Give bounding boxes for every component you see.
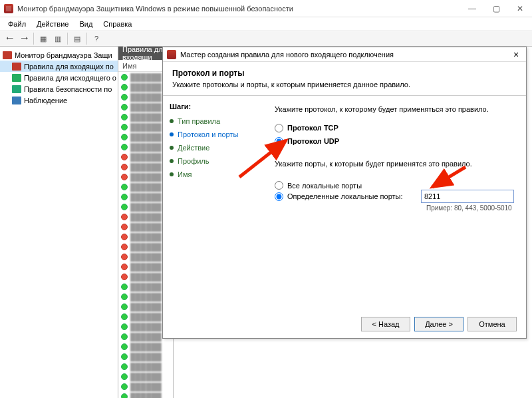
action-icon[interactable]: ▦: [37, 33, 50, 45]
rule-status-icon: [121, 254, 128, 260]
refresh-icon[interactable]: ▥: [51, 33, 65, 45]
rule-status-icon: [121, 184, 128, 190]
nav-back-icon[interactable]: ⭠: [3, 33, 16, 45]
rule-status-icon: [121, 333, 128, 340]
rule-item[interactable]: ██████: [118, 371, 173, 381]
separator: [33, 33, 34, 45]
step-label: Профиль: [178, 157, 209, 165]
radio-udp-label: Протокол UDP: [287, 137, 339, 145]
radio-udp-input[interactable]: [275, 137, 283, 146]
rule-status-icon: [121, 383, 128, 390]
rule-name-blurred: ██████: [130, 173, 162, 181]
step-action[interactable]: Действие: [170, 141, 256, 154]
rule-status-icon: [121, 363, 128, 370]
radio-specific-ports-input[interactable]: [275, 192, 283, 201]
tree-inbound-label: Правила для входящих по: [24, 63, 114, 71]
rule-name-blurred: ██████: [130, 113, 162, 121]
next-button[interactable]: Далее >: [414, 317, 464, 331]
wizard-titlebar: Мастер создания правила для нового входя…: [163, 47, 526, 62]
rule-name-blurred: ██████: [130, 343, 162, 351]
minimize-button[interactable]: —: [460, 0, 484, 17]
protocol-instruction: Укажите протокол, к которому будет приме…: [275, 105, 514, 113]
monitor-icon: [12, 97, 21, 104]
step-label: Действие: [178, 144, 209, 152]
rule-item[interactable]: ██████: [118, 391, 173, 398]
radio-tcp[interactable]: Протокол TCP: [275, 121, 514, 134]
rule-status-icon: [121, 114, 128, 120]
rule-status-icon: [121, 134, 128, 140]
rule-item[interactable]: ██████: [118, 361, 173, 371]
rule-name-blurred: ██████: [130, 353, 162, 361]
rule-name-blurred: ██████: [130, 323, 162, 331]
rule-status-icon: [121, 84, 128, 91]
radio-all-ports-row: Все локальные порты: [275, 181, 514, 190]
firewall-icon: [167, 50, 176, 59]
radio-udp[interactable]: Протокол UDP: [275, 134, 514, 148]
export-icon[interactable]: ▤: [70, 33, 84, 45]
tree-security-rules[interactable]: Правила безопасности по: [0, 83, 118, 95]
rule-status-icon: [121, 313, 128, 320]
rule-name-blurred: ██████: [130, 283, 162, 291]
rule-name-blurred: ██████: [130, 333, 162, 341]
tree-root[interactable]: Монитор брандмауэра Защи: [0, 49, 118, 61]
bullet-icon: [170, 172, 174, 176]
outbound-icon: [12, 74, 21, 82]
menu-action[interactable]: Действие: [31, 19, 74, 29]
rule-status-icon: [121, 164, 128, 170]
menu-help[interactable]: Справка: [98, 19, 137, 29]
menu-view[interactable]: Вид: [74, 19, 98, 29]
tree-monitoring[interactable]: Наблюдение: [0, 95, 118, 106]
help-icon[interactable]: ?: [90, 33, 103, 45]
rule-item[interactable]: ██████: [118, 341, 173, 351]
wizard-header: Протокол и порты Укажите протоколы и пор…: [163, 62, 526, 96]
inbound-icon: [12, 63, 21, 71]
dialog-close-button[interactable]: ×: [506, 49, 526, 60]
radio-all-ports[interactable]: Все локальные порты: [275, 181, 414, 190]
cancel-button[interactable]: Отмена: [467, 317, 517, 331]
wizard-buttons: < Назад Далее > Отмена: [361, 317, 517, 331]
tree-outbound-rules[interactable]: Правила для исходящего о: [0, 72, 118, 83]
rule-name-blurred: ██████: [130, 373, 162, 381]
rule-name-blurred: ██████: [130, 143, 162, 151]
wizard-subheading: Укажите протоколы и порты, к которым при…: [172, 81, 517, 89]
nav-forward-icon[interactable]: ⭢: [17, 33, 31, 45]
step-profile[interactable]: Профиль: [170, 154, 256, 168]
rule-item[interactable]: ██████: [118, 351, 173, 361]
step-protocol[interactable]: Протокол и порты: [170, 128, 256, 141]
maximize-button[interactable]: ▢: [484, 0, 508, 17]
port-input[interactable]: [421, 190, 514, 203]
rule-status-icon: [121, 74, 128, 81]
rule-status-icon: [121, 303, 128, 310]
rule-status-icon: [121, 393, 128, 399]
rule-name-blurred: ██████: [130, 203, 162, 211]
rule-name-blurred: ██████: [130, 223, 162, 231]
rule-item[interactable]: ██████: [118, 381, 173, 391]
step-name[interactable]: Имя: [170, 168, 256, 181]
close-button[interactable]: ✕: [508, 0, 532, 17]
rule-status-icon: [121, 294, 128, 300]
radio-specific-ports[interactable]: Определенные локальные порты:: [275, 192, 414, 201]
rule-status-icon: [121, 224, 128, 230]
radio-tcp-input[interactable]: [275, 124, 283, 132]
rule-status-icon: [121, 94, 128, 100]
rule-name-blurred: ██████: [130, 163, 162, 171]
radio-specific-ports-label: Определенные локальные порты:: [287, 192, 403, 200]
wizard-heading: Протокол и порты: [172, 69, 517, 78]
step-rule-type[interactable]: Тип правила: [170, 114, 256, 128]
wizard-main: Укажите протокол, к которому будет приме…: [263, 96, 526, 315]
rule-name-blurred: ██████: [130, 263, 162, 271]
tree-inbound-rules[interactable]: Правила для входящих по: [0, 61, 118, 72]
rule-status-icon: [121, 124, 128, 130]
rule-name-blurred: ██████: [130, 103, 162, 111]
rule-status-icon: [121, 204, 128, 210]
bullet-icon: [170, 146, 174, 150]
radio-all-ports-input[interactable]: [275, 181, 283, 190]
steps-heading: Шаги:: [170, 102, 256, 110]
rule-name-blurred: ██████: [130, 253, 162, 261]
menubar: Файл Действие Вид Справка: [0, 17, 532, 31]
rule-status-icon: [121, 264, 128, 270]
back-button[interactable]: < Назад: [361, 317, 410, 331]
menu-file[interactable]: Файл: [3, 19, 31, 29]
tree-root-label: Монитор брандмауэра Защи: [15, 51, 112, 59]
window-title: Монитор брандмауэра Защитника Windows в …: [17, 5, 293, 13]
